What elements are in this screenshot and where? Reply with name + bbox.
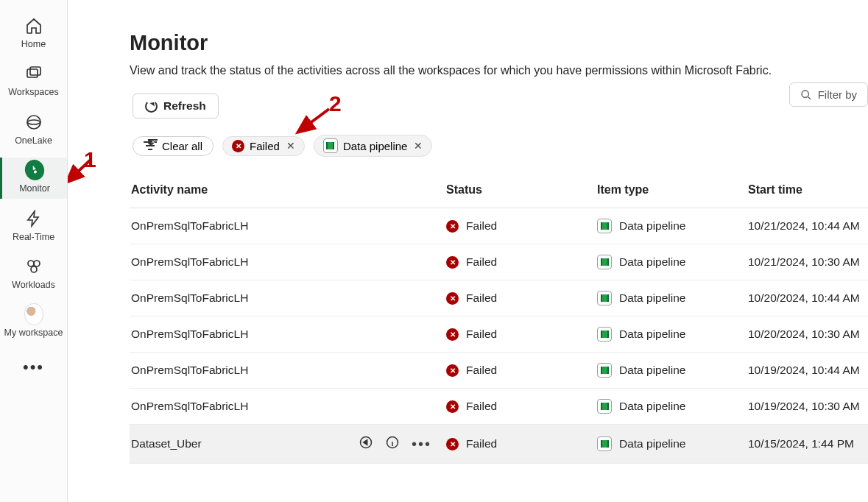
close-icon[interactable]: ✕	[286, 140, 295, 152]
avatar-icon	[24, 305, 43, 324]
start-time: 10/20/2024, 10:30 AM	[748, 328, 860, 340]
filter-pill-failed[interactable]: Failed ✕	[222, 136, 305, 156]
status-cell: Failed	[446, 255, 582, 269]
clear-all-button[interactable]: ✕ Clear all	[133, 136, 214, 156]
status-cell: Failed	[446, 437, 582, 450]
activity-name: OnPremSqlToFabricLH	[131, 219, 248, 232]
type-cell: Data pipeline	[597, 219, 733, 233]
col-header-status[interactable]: Status	[439, 170, 590, 208]
filter-pill-row: ✕ Clear all Failed ✕ Data pipeline ✕	[133, 135, 868, 157]
filter-clear-icon: ✕	[144, 141, 157, 150]
failed-icon	[446, 364, 459, 377]
type-cell: Data pipeline	[597, 327, 733, 342]
type-text: Data pipeline	[619, 328, 685, 341]
refresh-icon	[145, 100, 158, 113]
status-cell: Failed	[446, 219, 582, 233]
toolbar: Refresh	[133, 93, 868, 119]
onelake-icon	[24, 113, 43, 132]
activity-name: OnPremSqlToFabricLH	[131, 291, 248, 304]
filter-pill-data-pipeline[interactable]: Data pipeline ✕	[314, 135, 433, 157]
nav-workloads[interactable]: Workloads	[0, 254, 67, 294]
start-time: 10/21/2024, 10:44 AM	[748, 219, 860, 232]
activity-name: OnPremSqlToFabricLH	[131, 328, 248, 340]
pipeline-icon	[597, 291, 612, 305]
more-icon: •••	[23, 358, 44, 377]
type-text: Data pipeline	[619, 219, 685, 233]
nav-onelake[interactable]: OneLake	[0, 110, 67, 150]
failed-icon	[446, 328, 459, 341]
col-header-start[interactable]: Start time	[741, 170, 868, 208]
failed-icon	[446, 438, 459, 450]
clear-all-label: Clear all	[162, 140, 202, 152]
nav-realtime[interactable]: Real-Time	[0, 206, 67, 247]
filter-by-button[interactable]: Filter by	[789, 82, 868, 107]
failed-icon	[446, 220, 459, 233]
annotation-arrow-1	[68, 147, 97, 191]
status-text: Failed	[466, 364, 497, 377]
activity-name: OnPremSqlToFabricLH	[131, 255, 248, 268]
workspaces-icon	[24, 64, 43, 83]
table-row[interactable]: OnPremSqlToFabricLHFailedData pipeline10…	[130, 244, 868, 280]
col-header-type[interactable]: Item type	[590, 170, 741, 208]
search-icon	[800, 89, 812, 101]
nav-my-workspace[interactable]: My workspace	[0, 302, 67, 342]
type-text: Data pipeline	[619, 364, 685, 377]
type-cell: Data pipeline	[597, 291, 733, 305]
activity-name: OnPremSqlToFabricLH	[131, 400, 248, 412]
close-icon[interactable]: ✕	[414, 140, 423, 152]
status-cell: Failed	[446, 291, 582, 305]
nav-workspaces[interactable]: Workspaces	[0, 61, 67, 102]
nav-more[interactable]: •••	[0, 355, 67, 381]
pipeline-icon	[597, 436, 612, 451]
table-row[interactable]: OnPremSqlToFabricLHFailedData pipeline10…	[130, 208, 868, 244]
status-cell: Failed	[446, 364, 582, 377]
info-icon[interactable]	[385, 435, 400, 453]
home-icon	[24, 16, 43, 35]
nav-my-workspace-label: My workspace	[4, 328, 63, 338]
type-cell: Data pipeline	[597, 436, 733, 451]
type-cell: Data pipeline	[597, 255, 733, 269]
realtime-icon	[24, 209, 43, 228]
nav-monitor[interactable]: Monitor	[0, 158, 67, 198]
status-text: Failed	[466, 437, 497, 450]
table-row[interactable]: OnPremSqlToFabricLHFailedData pipeline10…	[130, 353, 868, 389]
failed-icon	[446, 292, 459, 305]
start-time: 10/15/2024, 1:44 PM	[748, 437, 854, 450]
refresh-button[interactable]: Refresh	[133, 93, 219, 119]
status-text: Failed	[466, 328, 497, 341]
svg-point-6	[31, 266, 37, 272]
row-actions: •••	[359, 435, 431, 453]
svg-rect-1	[30, 67, 40, 75]
pill-failed-label: Failed	[250, 140, 280, 152]
refresh-label: Refresh	[163, 99, 206, 113]
status-text: Failed	[466, 219, 497, 233]
activity-name: Dataset_Uber	[131, 437, 202, 450]
type-cell: Data pipeline	[597, 399, 733, 414]
nav-realtime-label: Real-Time	[13, 232, 54, 242]
table-row[interactable]: OnPremSqlToFabricLHFailedData pipeline10…	[130, 389, 868, 425]
nav-workloads-label: Workloads	[12, 280, 55, 290]
type-text: Data pipeline	[619, 437, 685, 450]
failed-icon	[232, 140, 244, 152]
more-icon[interactable]: •••	[412, 436, 431, 453]
activities-table: Activity name Status Item type Start tim…	[130, 170, 868, 464]
pipeline-icon	[597, 327, 612, 342]
page-subtitle: View and track the status of the activit…	[130, 64, 868, 77]
filter-by-label: Filter by	[818, 88, 857, 101]
nav-home-label: Home	[21, 39, 46, 49]
type-text: Data pipeline	[619, 291, 685, 305]
svg-point-3	[33, 170, 37, 174]
pipeline-icon	[597, 363, 612, 378]
svg-point-5	[34, 261, 40, 266]
table-row[interactable]: OnPremSqlToFabricLHFailedData pipeline10…	[130, 280, 868, 317]
table-row[interactable]: Dataset_Uber•••FailedData pipeline10/15/…	[130, 425, 868, 464]
nav-home[interactable]: Home	[0, 13, 67, 54]
status-text: Failed	[466, 400, 497, 413]
svg-point-4	[28, 261, 34, 266]
type-text: Data pipeline	[619, 400, 685, 413]
svg-rect-0	[27, 69, 38, 77]
col-header-name[interactable]: Activity name	[130, 170, 439, 208]
table-row[interactable]: OnPremSqlToFabricLHFailedData pipeline10…	[130, 317, 868, 353]
rerun-icon[interactable]	[359, 435, 373, 453]
nav-workspaces-label: Workspaces	[8, 87, 59, 97]
